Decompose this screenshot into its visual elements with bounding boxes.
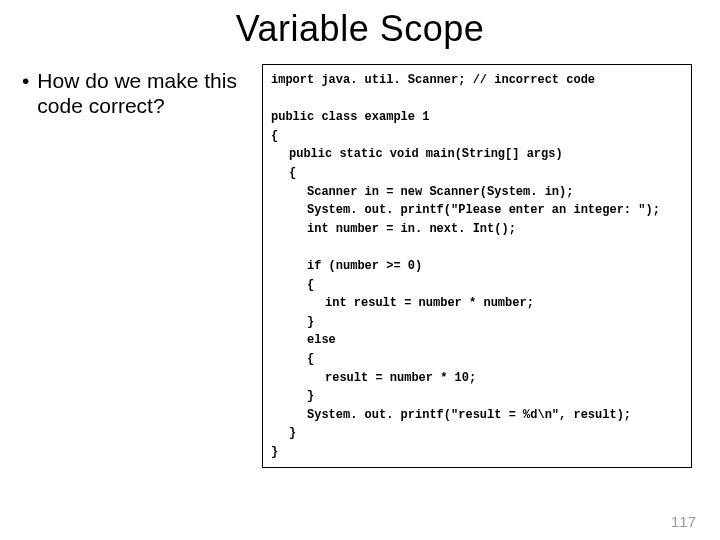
code-line: { <box>271 164 683 183</box>
code-box: import java. util. Scanner; // incorrect… <box>262 64 692 468</box>
code-line: { <box>271 350 683 369</box>
code-line: } <box>271 424 683 443</box>
page-number: 117 <box>671 513 696 530</box>
code-line: if (number >= 0) <box>271 257 683 276</box>
code-line: } <box>271 387 683 406</box>
code-line: System. out. printf("Please enter an int… <box>271 201 683 220</box>
code-line: { <box>271 276 683 295</box>
code-line: result = number * 10; <box>271 369 683 388</box>
bullet-dot-icon: • <box>22 68 29 93</box>
code-line: int number = in. next. Int(); <box>271 220 683 239</box>
code-line: Scanner in = new Scanner(System. in); <box>271 183 683 202</box>
left-column: • How do we make this code correct? <box>20 64 250 468</box>
code-line: } <box>271 313 683 332</box>
content-row: • How do we make this code correct? impo… <box>20 64 700 468</box>
code-line: public class example 1 <box>271 110 429 124</box>
right-column: import java. util. Scanner; // incorrect… <box>262 64 700 468</box>
bullet-text: How do we make this code correct? <box>37 68 250 118</box>
code-line: public static void main(String[] args) <box>271 145 683 164</box>
bullet-item: • How do we make this code correct? <box>20 68 250 118</box>
slide: Variable Scope • How do we make this cod… <box>0 0 720 540</box>
code-line: } <box>271 445 278 459</box>
code-line: { <box>271 129 278 143</box>
code-line: import java. util. Scanner; // incorrect… <box>271 73 595 87</box>
slide-title: Variable Scope <box>20 8 700 50</box>
code-line: System. out. printf("result = %d\n", res… <box>271 406 683 425</box>
code-line: else <box>271 331 683 350</box>
code-line: int result = number * number; <box>271 294 683 313</box>
